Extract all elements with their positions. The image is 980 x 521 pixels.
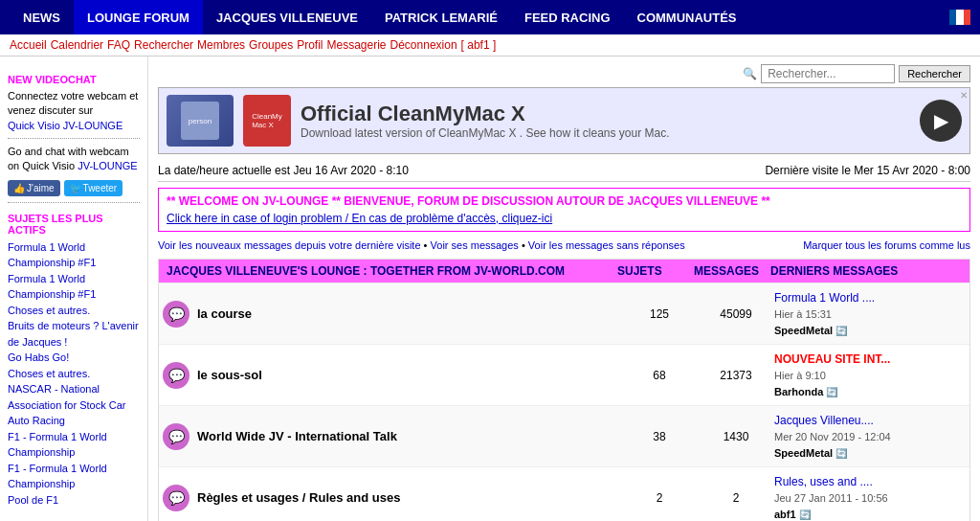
forum-sujets: 68 bbox=[621, 369, 698, 382]
sidebar-actif-item[interactable]: Choses et autres. bbox=[8, 366, 140, 382]
sidebar: NEW VIDEOCHAT Connectez votre webcam et … bbox=[0, 57, 148, 521]
nav-communautes[interactable]: COMMUNAUTÉS bbox=[624, 0, 750, 34]
forum-messages: 2 bbox=[698, 491, 774, 505]
tweeter-button[interactable]: 🐦 Tweeter bbox=[64, 180, 123, 196]
forum-name[interactable]: Règles et usages / Rules and uses bbox=[197, 490, 621, 505]
forum-last-refresh-icon: 🔄 bbox=[826, 387, 837, 397]
sidebar-actif-item[interactable]: Go Habs Go! bbox=[8, 350, 140, 366]
ad-close-button[interactable]: ✕ bbox=[960, 90, 968, 101]
nav-feed[interactable]: FEED RACING bbox=[511, 0, 624, 34]
sub-navigation: Accueil Calendrier FAQ Rechercher Membre… bbox=[0, 34, 980, 57]
sidebar-videochat-text2: Go and chat with webcam on Quick Visio J… bbox=[8, 145, 140, 174]
forum-section: JACQUES VILLENEUVE'S LOUNGE : TOGETHER F… bbox=[158, 259, 970, 521]
forum-messages: 21373 bbox=[698, 369, 774, 382]
forum-last-title[interactable]: Rules, uses and .... bbox=[774, 475, 873, 488]
search-bar: 🔍 Rechercher bbox=[158, 60, 970, 87]
forum-last-refresh-icon: 🔄 bbox=[835, 448, 847, 459]
sidebar-videochat-title: NEW VIDEOCHAT bbox=[8, 74, 140, 85]
subnav-deconnexion[interactable]: Déconnexion bbox=[390, 38, 457, 52]
my-messages-link[interactable]: Voir ses messages bbox=[431, 239, 519, 251]
forum-icon: 💬 bbox=[163, 362, 189, 389]
forum-name[interactable]: la course bbox=[197, 306, 621, 321]
forum-icon: 💬 bbox=[163, 301, 189, 328]
forum-row: 💬 la course 125 45099 Formula 1 World ..… bbox=[159, 283, 969, 344]
content-area: 🔍 Rechercher person CleanMyMac X Officia… bbox=[148, 57, 980, 521]
sidebar-actifs-title: SUJETS LES PLUS ACTIFS bbox=[8, 213, 140, 236]
jaime-button[interactable]: 👍 J'aime bbox=[8, 180, 60, 196]
forum-last-date: Hier à 15:31 bbox=[774, 308, 832, 320]
forum-last-author[interactable]: Barhonda bbox=[774, 386, 823, 397]
subnav-faq[interactable]: FAQ bbox=[107, 38, 130, 52]
sidebar-actif-item[interactable]: F1 - Formula 1 World Championship bbox=[8, 461, 140, 492]
forum-sujets: 38 bbox=[621, 430, 698, 443]
forum-last-author[interactable]: abf1 bbox=[774, 509, 796, 520]
date-bar: La date/heure actuelle est Jeu 16 Avr 20… bbox=[158, 160, 970, 182]
search-icon: 🔍 bbox=[743, 67, 757, 80]
forum-row: 💬 le sous-sol 68 21373 NOUVEAU SITE INT.… bbox=[159, 344, 969, 405]
forum-last-info: Rules, uses and .... Jeu 27 Jan 2011 - 1… bbox=[774, 473, 966, 521]
welcome-link[interactable]: Click here in case of login problem / En… bbox=[167, 212, 552, 225]
subnav-profil[interactable]: Profil bbox=[297, 38, 323, 52]
last-visit: Dernière visite le Mer 15 Avr 2020 - 8:0… bbox=[765, 164, 970, 177]
twitter-icon: 🐦 bbox=[70, 183, 81, 193]
new-messages-link[interactable]: Voir les nouveaux messages depuis votre … bbox=[158, 239, 421, 251]
thumb-icon: 👍 bbox=[13, 183, 25, 193]
forum-last-date: Hier à 9:10 bbox=[774, 370, 826, 381]
ad-product-image: CleanMyMac X bbox=[243, 95, 291, 147]
forum-name[interactable]: World Wide JV - International Talk bbox=[197, 429, 621, 443]
forum-icon: 💬 bbox=[163, 485, 189, 511]
col-sujets: SUJETS bbox=[617, 264, 694, 278]
forum-last-title[interactable]: NOUVEAU SITE INT... bbox=[774, 352, 890, 366]
subnav-user[interactable]: [ abf1 ] bbox=[461, 38, 497, 52]
welcome-text: ** WELCOME ON JV-LOUNGE ** BIENVENUE, FO… bbox=[167, 194, 962, 208]
nav-lounge-forum[interactable]: LOUNGE FORUM bbox=[74, 0, 203, 34]
subnav-messagerie[interactable]: Messagerie bbox=[326, 38, 386, 52]
sidebar-divider bbox=[8, 138, 140, 139]
ad-arrow-button[interactable]: ▶ bbox=[920, 100, 962, 142]
subnav-calendrier[interactable]: Calendrier bbox=[51, 38, 103, 52]
forum-info: World Wide JV - International Talk bbox=[197, 429, 621, 443]
search-input[interactable] bbox=[761, 64, 895, 83]
search-button[interactable]: Rechercher bbox=[899, 65, 970, 82]
no-replies-link[interactable]: Voir les messages sans réponses bbox=[528, 239, 685, 251]
sidebar-actif-item[interactable]: Pool de F1 bbox=[8, 492, 140, 509]
subnav-rechercher[interactable]: Rechercher bbox=[134, 38, 193, 52]
sidebar-actif-item[interactable]: NASCAR - National Association for Stock … bbox=[8, 381, 140, 429]
sidebar-videochat-text1: Connectez votre webcam et venez discuter… bbox=[8, 89, 140, 119]
subnav-accueil[interactable]: Accueil bbox=[10, 38, 47, 52]
mark-all-read-link[interactable]: Marquer tous les forums comme lus bbox=[803, 239, 970, 251]
subnav-membres[interactable]: Membres bbox=[197, 38, 245, 52]
forum-messages: 45099 bbox=[698, 307, 774, 321]
forum-last-refresh-icon: 🔄 bbox=[799, 510, 811, 520]
forum-last-author[interactable]: SpeedMetal bbox=[774, 325, 833, 336]
forum-last-info: Formula 1 World .... Hier à 15:31 SpeedM… bbox=[774, 289, 966, 338]
nav-patrick[interactable]: PATRICK LEMARIÉ bbox=[371, 0, 511, 34]
sidebar-actif-item[interactable]: F1 - Formula 1 World Championship bbox=[8, 429, 140, 461]
nav-news[interactable]: NEWS bbox=[10, 0, 74, 34]
ad-text: Official CleanMyMac X Download latest ve… bbox=[301, 102, 920, 140]
sidebar-actifs-list: Formula 1 World Championship #F1Formula … bbox=[8, 239, 140, 509]
sidebar-visio-link2[interactable]: JV-LOUNGE bbox=[78, 160, 137, 171]
sidebar-actif-item[interactable]: Choses et autres. bbox=[8, 303, 140, 319]
forum-last-refresh-icon: 🔄 bbox=[835, 326, 847, 336]
section-title: JACQUES VILLENEUVE'S LOUNGE : TOGETHER F… bbox=[167, 264, 617, 278]
forum-messages: 1430 bbox=[698, 430, 774, 443]
forum-last-title[interactable]: Formula 1 World .... bbox=[774, 291, 875, 305]
language-flag[interactable] bbox=[949, 10, 970, 25]
forum-name[interactable]: le sous-sol bbox=[197, 368, 621, 382]
current-datetime: La date/heure actuelle est Jeu 16 Avr 20… bbox=[158, 164, 409, 177]
sidebar-actif-item[interactable]: Formula 1 World Championship #F1 bbox=[8, 239, 140, 271]
forum-last-title[interactable]: Jacques Villeneu.... bbox=[774, 414, 874, 427]
ad-left-image: person bbox=[167, 95, 234, 147]
sidebar-visio-link1[interactable]: Quick Visio JV-LOUNGE bbox=[8, 120, 122, 131]
forum-info: Règles et usages / Rules and uses bbox=[197, 490, 621, 505]
sidebar-actif-item[interactable]: Formula 1 World Championship #F1 bbox=[8, 271, 140, 303]
forum-info: la course bbox=[197, 306, 621, 321]
forum-last-author[interactable]: SpeedMetal bbox=[774, 447, 833, 459]
forum-last-date: Jeu 27 Jan 2011 - 10:56 bbox=[774, 492, 888, 504]
forum-last-date: Mer 20 Nov 2019 - 12:04 bbox=[774, 431, 891, 442]
sidebar-actif-item[interactable]: Bruits de moteurs ? L'avenir de Jacques … bbox=[8, 318, 140, 350]
subnav-groupes[interactable]: Groupes bbox=[249, 38, 293, 52]
forum-last-info: Jacques Villeneu.... Mer 20 Nov 2019 - 1… bbox=[774, 412, 966, 461]
nav-jacques[interactable]: JACQUES VILLENEUVE bbox=[203, 0, 371, 34]
